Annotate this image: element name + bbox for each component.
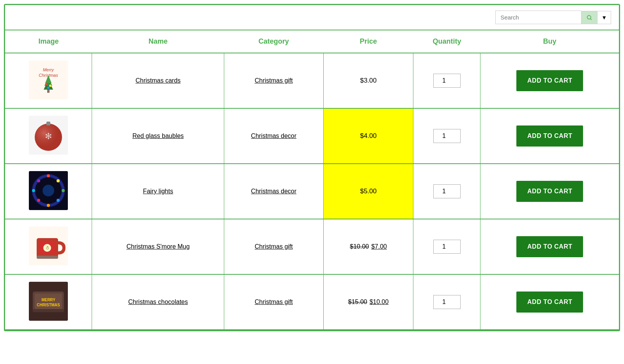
product-image-fairy-lights <box>5 164 92 219</box>
add-to-cart-button-fairy-lights[interactable]: ADD TO CART <box>516 181 583 202</box>
product-category-christmas-smore-mug: Christmas gift <box>224 219 323 274</box>
products-table: Image Name Category Price Quantity Buy M… <box>5 30 619 330</box>
table-row: Merry Christmas Christmas cardsChristmas… <box>5 53 619 108</box>
svg-point-10 <box>49 85 51 87</box>
add-to-cart-button-red-glass-baubles[interactable]: ADD TO CART <box>516 125 583 147</box>
svg-text:☃: ☃ <box>45 245 50 251</box>
product-category-link-christmas-smore-mug[interactable]: Christmas gift <box>255 243 293 250</box>
svg-text:✻: ✻ <box>45 131 52 141</box>
svg-point-26 <box>32 189 35 192</box>
svg-line-1 <box>590 19 592 20</box>
product-name-christmas-cards: Christmas cards <box>92 53 224 108</box>
svg-point-27 <box>37 179 40 182</box>
add-to-cart-button-christmas-smore-mug[interactable]: ADD TO CART <box>516 236 583 257</box>
svg-point-23 <box>57 199 60 202</box>
product-buy-christmas-cards: ADD TO CART <box>480 53 619 108</box>
product-category-christmas-cards: Christmas gift <box>224 53 323 108</box>
main-container: ▼ Image Name Category Price Quantity Buy… <box>4 4 620 331</box>
table-row: ☃ Christmas S'more MugChristmas gift$10.… <box>5 219 619 274</box>
col-category: Category <box>224 30 323 53</box>
product-price-christmas-chocolates: $15.00$10.00 <box>323 274 413 330</box>
product-buy-christmas-smore-mug: ADD TO CART <box>480 219 619 274</box>
col-image: Image <box>5 30 92 53</box>
svg-point-11 <box>47 87 50 89</box>
product-image-christmas-cards: Merry Christmas <box>5 53 92 108</box>
search-icon <box>586 14 592 21</box>
dropdown-button[interactable]: ▼ <box>597 11 611 24</box>
svg-point-0 <box>587 15 591 19</box>
col-buy: Buy <box>480 30 619 53</box>
product-image-red-glass-baubles: ✻ <box>5 108 92 164</box>
add-to-cart-button-christmas-cards[interactable]: ADD TO CART <box>516 70 583 91</box>
search-input[interactable] <box>495 11 581 24</box>
quantity-input-christmas-chocolates[interactable] <box>433 295 461 309</box>
search-container: ▼ <box>495 11 611 24</box>
product-name-link-christmas-chocolates[interactable]: Christmas chocolates <box>128 299 188 305</box>
product-category-link-fairy-lights[interactable]: Christmas decor <box>251 188 296 194</box>
svg-text:Merry: Merry <box>43 67 55 72</box>
col-price: Price <box>323 30 413 53</box>
product-buy-christmas-chocolates: ADD TO CART <box>480 274 619 330</box>
product-name-fairy-lights: Fairy lights <box>92 164 224 219</box>
table-row: Fairy lightsChristmas decor$5.00ADD TO C… <box>5 164 619 219</box>
product-category-christmas-chocolates: Christmas gift <box>224 274 323 330</box>
product-quantity-fairy-lights <box>413 164 480 219</box>
svg-point-20 <box>47 174 50 177</box>
svg-point-28 <box>43 185 54 196</box>
product-price-red-glass-baubles: $4.00 <box>323 108 413 164</box>
svg-rect-40 <box>33 309 64 312</box>
svg-text:MERRY: MERRY <box>41 298 55 302</box>
svg-point-25 <box>37 199 40 202</box>
product-image-christmas-chocolates: MERRY CHRISTMAS <box>5 274 92 330</box>
quantity-input-fairy-lights[interactable] <box>433 184 461 198</box>
product-category-link-christmas-cards[interactable]: Christmas gift <box>255 77 293 84</box>
product-buy-red-glass-baubles: ADD TO CART <box>480 108 619 164</box>
product-category-fairy-lights: Christmas decor <box>224 164 323 219</box>
product-name-link-christmas-smore-mug[interactable]: Christmas S'more Mug <box>126 243 190 250</box>
product-price-fairy-lights: $5.00 <box>323 164 413 219</box>
svg-point-22 <box>62 189 65 192</box>
product-price-christmas-smore-mug: $10.00$7.00 <box>323 219 413 274</box>
col-name: Name <box>92 30 224 53</box>
product-quantity-christmas-chocolates <box>413 274 480 330</box>
table-header-row: Image Name Category Price Quantity Buy <box>5 30 619 53</box>
product-quantity-christmas-cards <box>413 53 480 108</box>
svg-rect-31 <box>37 256 58 259</box>
product-name-christmas-smore-mug: Christmas S'more Mug <box>92 219 224 274</box>
svg-text:CHRISTMAS: CHRISTMAS <box>37 303 60 307</box>
product-buy-fairy-lights: ADD TO CART <box>480 164 619 219</box>
product-name-christmas-chocolates: Christmas chocolates <box>92 274 224 330</box>
svg-point-24 <box>47 204 50 207</box>
table-row: ✻ Red glass baublesChristmas decor$4.00A… <box>5 108 619 164</box>
product-image-christmas-smore-mug: ☃ <box>5 219 92 274</box>
product-price-christmas-cards: $3.00 <box>323 53 413 108</box>
product-quantity-red-glass-baubles <box>413 108 480 164</box>
product-category-red-glass-baubles: Christmas decor <box>224 108 323 164</box>
quantity-input-christmas-cards[interactable] <box>433 74 461 88</box>
col-quantity: Quantity <box>413 30 480 53</box>
search-button[interactable] <box>581 11 597 24</box>
add-to-cart-button-christmas-chocolates[interactable]: ADD TO CART <box>516 292 583 313</box>
header-bar: ▼ <box>5 5 619 30</box>
svg-point-21 <box>57 179 60 182</box>
product-category-link-christmas-chocolates[interactable]: Christmas gift <box>255 299 293 305</box>
svg-rect-8 <box>47 90 50 93</box>
product-name-link-red-glass-baubles[interactable]: Red glass baubles <box>132 133 184 139</box>
product-name-link-fairy-lights[interactable]: Fairy lights <box>143 188 173 194</box>
product-name-link-christmas-cards[interactable]: Christmas cards <box>136 77 181 84</box>
product-quantity-christmas-smore-mug <box>413 219 480 274</box>
svg-rect-15 <box>46 122 50 125</box>
product-name-red-glass-baubles: Red glass baubles <box>92 108 224 164</box>
quantity-input-christmas-smore-mug[interactable] <box>433 240 461 254</box>
product-category-link-red-glass-baubles[interactable]: Christmas decor <box>251 133 296 139</box>
svg-point-9 <box>45 83 48 85</box>
quantity-input-red-glass-baubles[interactable] <box>433 129 461 143</box>
table-row: MERRY CHRISTMAS Christmas chocolatesChri… <box>5 274 619 330</box>
